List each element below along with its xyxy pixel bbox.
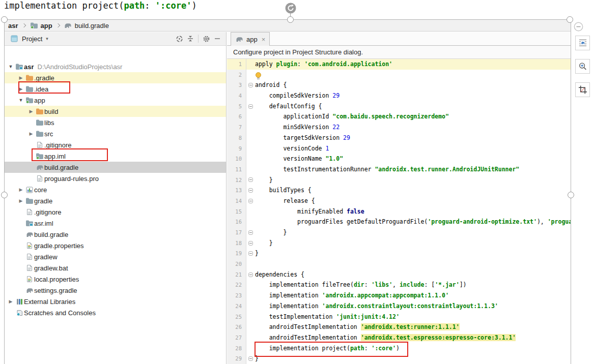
tree-item-core[interactable]: ▶core [5,184,226,195]
fold-marker-open[interactable] [246,185,255,196]
breadcrumb-item-app[interactable]: app [30,22,52,29]
line-number: 13 [227,185,246,196]
tree-item-gradle-properties[interactable]: gradle.properties [5,240,226,251]
minimize-button[interactable] [212,34,223,44]
fold-marker-open[interactable] [246,196,255,206]
code-line-27[interactable]: 27 androidTestImplementation 'androidx.t… [227,332,571,343]
code-line-8[interactable]: 8 targetSdkVersion 29 [227,133,571,143]
tree-item-gitignore[interactable]: .gitignore [5,139,226,150]
code-line-17[interactable]: 17 } [227,227,571,238]
code-line-10[interactable]: 10 versionName "1.0" [227,154,571,164]
tree-item-gradlew-bat[interactable]: gradlew.bat [5,262,226,274]
code-line-18[interactable]: 18 } [227,238,571,249]
fold-marker-close[interactable] [246,227,255,238]
selection-handle-middle-right[interactable] [568,192,574,198]
fold-marker-open[interactable] [246,80,255,90]
tree-item-scratches-and-consoles[interactable]: Scratches and Consoles [5,307,226,318]
tree-item-local-properties[interactable]: local.properties [5,274,226,285]
tree-collapsed-icon[interactable]: ▶ [17,75,25,80]
code-line-20[interactable]: 20 [227,259,571,269]
tree-collapsed-icon[interactable]: ▶ [17,187,25,192]
code-line-13[interactable]: 13 buildTypes { [227,185,571,196]
code-line-3[interactable]: 3android { [227,80,571,90]
fold-marker-close[interactable] [246,175,255,186]
code-editor[interactable]: 1apply plugin: 'com.android.application'… [227,59,571,364]
rotate-handle-icon[interactable] [285,3,296,14]
tree-item-libs[interactable]: libs [5,117,226,128]
code-text: } [255,238,273,249]
code-text: android { [255,80,287,90]
tree-item-asr[interactable]: ▼asrD:\AndroidStudioProjects\asr [5,61,226,72]
code-line-15[interactable]: 15 minifyEnabled false [227,206,571,217]
tree-item-build-gradle[interactable]: build.gradle [5,162,226,173]
code-line-7[interactable]: 7 minSdkVersion 22 [227,122,571,133]
breadcrumb-item-build-gradle[interactable]: build.gradle [64,22,109,29]
tab-close-icon[interactable]: × [262,36,266,43]
editor-tab-app[interactable]: app × [231,32,270,46]
tree-item-gradlew[interactable]: gradlew [5,251,226,262]
tree-collapsed-icon[interactable]: ▶ [27,109,35,114]
tree-collapsed-icon[interactable]: ▶ [17,86,25,92]
tree-item-src[interactable]: ▶src [5,128,226,139]
locate-button[interactable] [174,34,185,44]
fold-marker-close[interactable] [246,248,255,259]
collapse-image-toolbar-button[interactable] [574,22,583,32]
tree-collapsed-icon[interactable]: ▶ [27,131,35,136]
tree-item-gradle[interactable]: ▶.gradle [5,72,226,83]
code-line-16[interactable]: 16 proguardFiles getDefaultProguardFile(… [227,217,571,227]
line-number: 6 [227,111,246,122]
code-line-5[interactable]: 5 defaultConfig { [227,101,571,112]
breadcrumb-item-asr[interactable]: asr [8,22,18,29]
tree-item-asr-iml[interactable]: asr.iml [5,218,226,229]
code-line-9[interactable]: 9 versionCode 1 [227,143,571,154]
fold-marker-close[interactable] [246,238,255,249]
fold-marker-open[interactable] [246,269,255,280]
crop-image-button[interactable] [575,82,590,97]
tree-item-gitignore[interactable]: .gitignore [5,206,226,218]
selection-handle-middle-left[interactable] [1,192,8,198]
intention-bulb-icon[interactable] [256,72,261,78]
code-line-1[interactable]: 1apply plugin: 'com.android.application' [227,59,571,70]
tree-collapsed-icon[interactable]: ▶ [7,299,15,304]
code-line-29[interactable]: 29} [227,353,571,364]
selection-handle-top-right[interactable] [567,16,573,23]
code-line-25[interactable]: 25 testImplementation 'junit:junit:4.12' [227,312,571,322]
tree-item-gradle[interactable]: ▶gradle [5,195,226,206]
tree-item-external-libraries[interactable]: ▶External Libraries [5,296,226,307]
selection-handle-top-center[interactable] [287,16,294,23]
tree-item-build-gradle[interactable]: build.gradle [5,229,226,240]
project-panel-title[interactable]: Project [22,35,42,43]
ide-screenshot-image[interactable]: asrappbuild.gradle Project ▼ ▼asrD:\Andr… [4,19,571,364]
tree-item-idea[interactable]: ▶.idea [5,83,226,95]
code-line-19[interactable]: 19} [227,248,571,259]
tree-item-build[interactable]: ▶build [5,106,226,117]
tree-item-app-iml[interactable]: app.iml [5,150,226,162]
code-line-28[interactable]: 28 implementation project(path: ':core') [227,343,571,354]
code-line-2[interactable]: 2 [227,70,571,80]
code-line-4[interactable]: 4 compileSdkVersion 29 [227,90,571,101]
tree-expanded-icon[interactable]: ▼ [17,98,25,103]
code-line-21[interactable]: 21dependencies { [227,269,571,280]
code-line-12[interactable]: 12 } [227,175,571,186]
line-number: 12 [227,175,246,186]
tree-item-proguard-rules-pro[interactable]: proguard-rules.pro [5,173,226,184]
layout-options-button[interactable] [575,36,590,50]
code-line-26[interactable]: 26 androidTestImplementation 'androidx.t… [227,322,571,332]
code-line-6[interactable]: 6 applicationId "com.baidu.speech.recogn… [227,111,571,122]
selection-handle-top-left[interactable] [1,16,8,23]
code-line-23[interactable]: 23 implementation 'androidx.appcompat:ap… [227,290,571,301]
tree-expanded-icon[interactable]: ▼ [7,64,15,69]
file-icon [25,264,34,271]
code-line-24[interactable]: 24 implementation 'androidx.constraintla… [227,301,571,312]
zoom-original-button[interactable] [575,59,590,74]
code-line-14[interactable]: 14 release { [227,196,571,206]
tree-item-app[interactable]: ▼app [5,95,226,106]
code-line-22[interactable]: 22 implementation fileTree(dir: 'libs', … [227,280,571,290]
tree-collapsed-icon[interactable]: ▶ [17,198,25,203]
collapse-all-button[interactable] [185,34,196,44]
code-line-11[interactable]: 11 testInstrumentationRunner "androidx.t… [227,164,571,175]
tree-item-settings-gradle[interactable]: settings.gradle [5,285,226,296]
fold-marker-close[interactable] [246,353,255,364]
fold-marker-open[interactable] [246,101,255,112]
settings-button[interactable] [201,34,212,44]
